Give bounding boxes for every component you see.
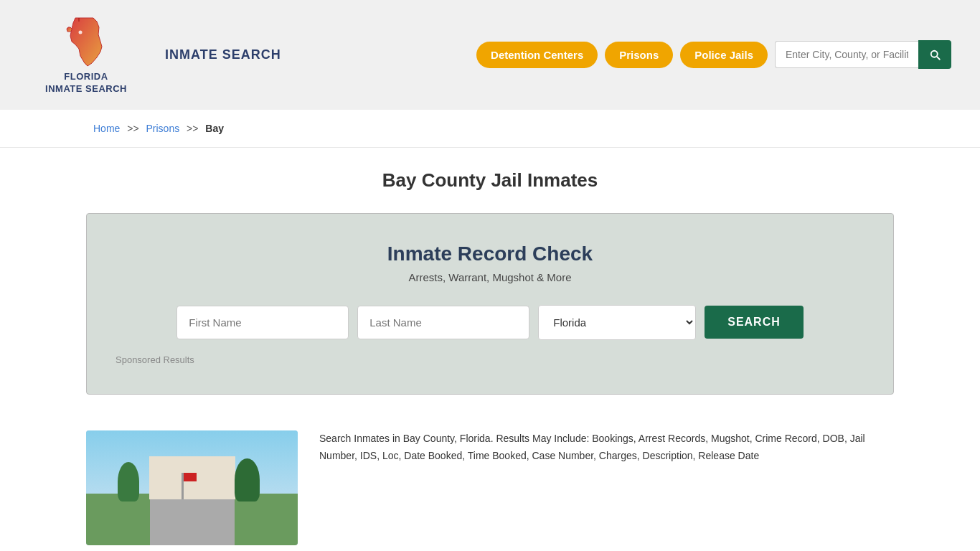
search-icon [928, 48, 941, 61]
detention-centers-button[interactable]: Detention Centers [476, 42, 598, 68]
logo-area: FLORIDA INMATE SEARCH [29, 14, 143, 95]
facility-search-button[interactable] [918, 40, 951, 69]
road-shape [150, 499, 235, 545]
breadcrumb-current: Bay [205, 123, 224, 134]
breadcrumb-sep-2: >> [187, 123, 198, 134]
record-check-title: Inmate Record Check [116, 242, 864, 265]
record-check-box: Inmate Record Check Arrests, Warrant, Mu… [86, 213, 894, 395]
facility-image [86, 430, 298, 545]
search-submit-button[interactable]: SEARCH [705, 306, 804, 339]
breadcrumb-home-link[interactable]: Home [93, 123, 120, 134]
main-nav: Detention Centers Prisons Police Jails [476, 40, 951, 69]
flag-icon [184, 473, 197, 481]
tree-right-icon [235, 458, 260, 501]
breadcrumb-prisons-link[interactable]: Prisons [146, 123, 180, 134]
page-title: Bay County Jail Inmates [14, 169, 966, 192]
breadcrumb: Home >> Prisons >> Bay [0, 110, 980, 148]
facility-search-bar [775, 40, 951, 69]
facility-description: Search Inmates in Bay County, Florida. R… [319, 430, 894, 465]
page-title-section: Bay County Jail Inmates [0, 148, 980, 206]
florida-map-icon [65, 14, 108, 68]
police-jails-button[interactable]: Police Jails [680, 42, 768, 68]
sponsored-results-label: Sponsored Results [116, 354, 864, 365]
flag-pole-icon [182, 473, 184, 501]
logo-title: FLORIDA INMATE SEARCH [45, 71, 127, 95]
state-select[interactable]: Florida Alabama Georgia [538, 305, 696, 340]
page-header: FLORIDA INMATE SEARCH INMATE SEARCH Dete… [0, 0, 980, 110]
svg-point-0 [79, 31, 83, 34]
prisons-button[interactable]: Prisons [605, 42, 673, 68]
tree-left-icon [118, 462, 139, 501]
breadcrumb-sep-1: >> [127, 123, 138, 134]
facility-search-input[interactable] [775, 41, 918, 68]
site-tagline: INMATE SEARCH [165, 47, 281, 62]
inmate-search-form: Florida Alabama Georgia SEARCH [116, 305, 864, 340]
first-name-input[interactable] [176, 306, 349, 339]
bottom-section: Search Inmates in Bay County, Florida. R… [0, 416, 980, 551]
record-check-subtitle: Arrests, Warrant, Mugshot & More [116, 271, 864, 283]
last-name-input[interactable] [357, 306, 529, 339]
